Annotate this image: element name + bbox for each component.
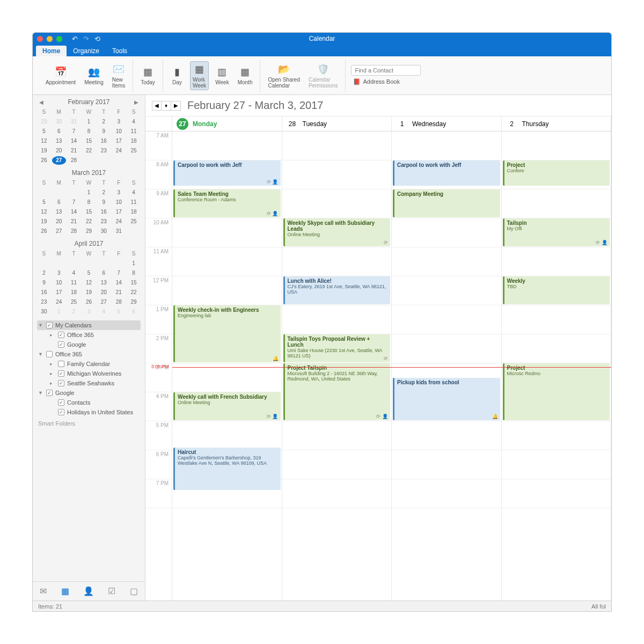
- mini-day[interactable]: 18: [127, 137, 141, 145]
- calendar-event[interactable]: Pickup kids from school🔔: [393, 378, 500, 420]
- checkbox[interactable]: [58, 370, 64, 377]
- mini-day[interactable]: 13: [52, 137, 66, 145]
- mini-day[interactable]: 12: [37, 208, 51, 216]
- calendar-event[interactable]: ProjectMicrosc Redmo: [503, 363, 610, 420]
- mini-day[interactable]: 29: [82, 227, 96, 236]
- day-column[interactable]: ProjectConfereTailspinMy Offi⟳ 👤WeeklyTB…: [502, 131, 612, 601]
- mini-day[interactable]: [52, 259, 66, 268]
- mini-day[interactable]: 29: [37, 118, 51, 126]
- mini-day[interactable]: 14: [67, 208, 81, 216]
- expand-icon[interactable]: ▼: [38, 323, 43, 328]
- mini-next-icon[interactable]: ▶: [134, 99, 138, 105]
- mini-day[interactable]: 21: [112, 288, 126, 297]
- expand-icon[interactable]: ▸: [50, 361, 55, 367]
- notes-nav-icon[interactable]: ▢: [130, 586, 138, 596]
- calendar-event[interactable]: Weekly Skype call with Subsidiary LeadsO…: [283, 218, 391, 246]
- mini-day[interactable]: 27: [52, 227, 66, 236]
- mini-day[interactable]: 3: [52, 269, 66, 277]
- mini-day[interactable]: 9: [97, 127, 111, 136]
- open-shared-button[interactable]: 📂 Open Shared Calendar: [266, 62, 302, 90]
- mini-day[interactable]: 17: [52, 288, 66, 297]
- calendar-event[interactable]: TailspinMy Offi⟳ 👤: [503, 218, 610, 246]
- mini-day[interactable]: 18: [67, 288, 81, 297]
- checkbox[interactable]: [58, 361, 64, 367]
- tree-item[interactable]: ▸Michigan Wolverines: [49, 369, 141, 378]
- tree-item[interactable]: ▼Google: [37, 388, 141, 398]
- mini-day[interactable]: 27: [52, 156, 66, 165]
- smart-folders[interactable]: Smart Folders: [37, 417, 141, 430]
- permissions-button[interactable]: 🛡️ Calendar Permissions: [306, 62, 340, 90]
- calendar-grid[interactable]: 7 AM8 AM9 AM10 AM11 AM12 PM1 PM2 PM3 PM4…: [145, 131, 611, 601]
- mini-day[interactable]: 23: [37, 298, 51, 306]
- new-items-button[interactable]: ✉️ New Items: [110, 62, 127, 90]
- day-column[interactable]: Carpool to work with JeffCompany Meeting…: [392, 131, 502, 601]
- mini-day[interactable]: 20: [52, 147, 66, 155]
- mail-nav-icon[interactable]: ✉: [40, 586, 47, 596]
- mini-day[interactable]: 11: [127, 198, 141, 207]
- mini-day[interactable]: 29: [127, 298, 141, 306]
- mini-day[interactable]: 22: [82, 217, 96, 226]
- mini-day[interactable]: 23: [97, 147, 111, 155]
- mini-day[interactable]: 31: [112, 227, 126, 236]
- checkbox[interactable]: [58, 380, 64, 386]
- mini-day[interactable]: 2: [37, 269, 51, 277]
- mini-day[interactable]: [52, 188, 66, 197]
- checkbox[interactable]: [46, 322, 53, 328]
- mini-day[interactable]: 25: [67, 298, 81, 306]
- mini-day[interactable]: 5: [112, 308, 126, 316]
- mini-day[interactable]: 13: [97, 279, 111, 287]
- mini-day[interactable]: 8: [82, 127, 96, 136]
- mini-day[interactable]: 1: [82, 118, 96, 126]
- mini-day[interactable]: 14: [112, 279, 126, 287]
- mini-day[interactable]: 10: [52, 279, 66, 287]
- day-button[interactable]: ▮ Day: [169, 64, 186, 86]
- checkbox[interactable]: [58, 341, 64, 348]
- mini-prev-icon[interactable]: ◀: [39, 99, 43, 105]
- mini-day[interactable]: 4: [97, 308, 111, 316]
- expand-icon[interactable]: ▼: [38, 352, 43, 357]
- mini-day[interactable]: 4: [127, 118, 141, 126]
- mini-day[interactable]: 11: [67, 279, 81, 287]
- tree-item[interactable]: ▼My Calendars: [37, 320, 141, 330]
- day-header[interactable]: 2Thursday: [502, 116, 612, 131]
- mini-day[interactable]: 1: [127, 259, 141, 268]
- mini-day[interactable]: 5: [37, 127, 51, 136]
- mini-calendar[interactable]: March 2017SMTWTFS12345678910111213141516…: [37, 169, 141, 236]
- mini-day[interactable]: 12: [37, 137, 51, 145]
- mini-day[interactable]: 15: [82, 137, 96, 145]
- mini-day[interactable]: [112, 156, 126, 165]
- mini-day[interactable]: 7: [67, 127, 81, 136]
- mini-day[interactable]: 26: [82, 298, 96, 306]
- today-button[interactable]: ▦ Today: [138, 64, 157, 86]
- mini-day[interactable]: 5: [82, 269, 96, 277]
- mini-day[interactable]: 9: [97, 198, 111, 207]
- maximize-icon[interactable]: [56, 36, 62, 42]
- mini-day[interactable]: 7: [67, 198, 81, 207]
- tree-item[interactable]: ▸Seattle Seahawks: [49, 378, 141, 388]
- undo-icon[interactable]: ↶: [72, 35, 78, 43]
- mini-day[interactable]: 3: [112, 118, 126, 126]
- prev-week-button[interactable]: ◀: [152, 101, 162, 111]
- mini-day[interactable]: [37, 259, 51, 268]
- mini-day[interactable]: 22: [127, 288, 141, 297]
- calendar-event[interactable]: Weekly call with French SubsidiaryOnline…: [173, 392, 281, 420]
- tab-home[interactable]: Home: [36, 46, 67, 56]
- mini-day[interactable]: 24: [112, 217, 126, 226]
- calendar-event[interactable]: Tailspin Toys Proposal Review + LunchUmi…: [283, 334, 391, 362]
- tasks-nav-icon[interactable]: ☑: [108, 586, 115, 596]
- mini-day[interactable]: 24: [52, 298, 66, 306]
- mini-day[interactable]: 2: [97, 118, 111, 126]
- checkbox[interactable]: [46, 390, 53, 396]
- mini-day[interactable]: 16: [97, 208, 111, 216]
- mini-calendar[interactable]: ◀February 2017▶SMTWTFS293031123456789101…: [37, 98, 141, 165]
- appointment-button[interactable]: 📅 Appointment: [43, 64, 78, 86]
- tree-item[interactable]: Contacts: [49, 398, 141, 407]
- mini-day[interactable]: 4: [67, 269, 81, 277]
- mini-day[interactable]: 22: [82, 147, 96, 155]
- mini-day[interactable]: [112, 259, 126, 268]
- mini-day[interactable]: 2: [67, 308, 81, 316]
- tree-item[interactable]: ▼Office 365: [37, 349, 141, 359]
- mini-calendar[interactable]: April 2017SMTWTFS12345678910111213141516…: [37, 240, 141, 316]
- mini-day[interactable]: 17: [112, 137, 126, 145]
- expand-icon[interactable]: ▸: [50, 332, 55, 338]
